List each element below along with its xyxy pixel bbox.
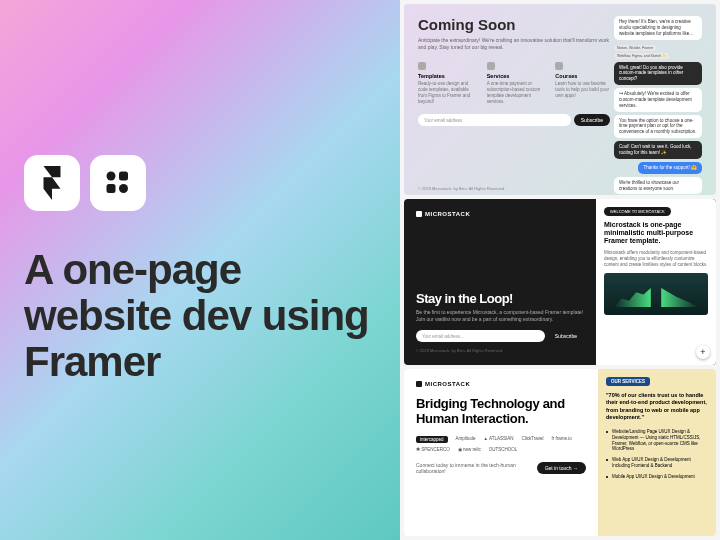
subtitle: Anticipate the extraordinary! We're craf…: [418, 37, 610, 50]
brand-row: MICROSTACK: [416, 381, 586, 387]
service-item: Mobile App UI/UX Design & Development: [606, 474, 708, 480]
courses-icon: [555, 62, 563, 70]
subtitle: Be the first to experience Microstack, a…: [416, 309, 584, 322]
add-button[interactable]: +: [696, 345, 710, 359]
side-panel: WELCOME TO MICROSTACK Microstack is one-…: [596, 199, 716, 366]
services-pill: OUR SERVICES: [606, 377, 650, 386]
services-icon: [487, 62, 495, 70]
svg-rect-2: [107, 184, 116, 193]
templates-icon: [418, 62, 426, 70]
title: Coming Soon: [418, 16, 610, 33]
side-title: Microstack is one-page minimalistic mult…: [604, 221, 708, 246]
preview-bridging: MICROSTACK Bridging Technology and Human…: [404, 369, 716, 536]
get-in-touch-button[interactable]: Get in touch →: [537, 462, 586, 474]
footer: © 2023 Microstack. by Bien. All Rights R…: [418, 186, 505, 191]
service-item: Web App UI/UX Design & Development Inclu…: [606, 457, 708, 469]
subscribe-button[interactable]: Subscribe: [548, 330, 584, 342]
brand-row: MICROSTACK: [416, 211, 584, 217]
hero-panel: A one-page website dev using Framer: [0, 0, 400, 540]
title: Bridging Technology and Human Interactio…: [416, 397, 586, 426]
email-input[interactable]: Your email address…: [416, 330, 545, 342]
hero-headline: A one-page website dev using Framer: [24, 247, 376, 386]
brand-icon: [416, 211, 422, 217]
logo-row: [24, 155, 376, 211]
quote: "70% of our clients trust us to handle t…: [606, 392, 708, 421]
svg-point-3: [119, 184, 128, 193]
preview-column: Coming Soon Anticipate the extraordinary…: [400, 0, 720, 540]
brand-logo: [90, 155, 146, 211]
svg-rect-1: [119, 171, 128, 180]
services-panel: OUR SERVICES "70% of our clients trust u…: [598, 369, 716, 536]
email-input[interactable]: Your email address: [418, 114, 571, 126]
title: Stay in the Loop!: [416, 291, 584, 306]
footer: © 2023 Microstack. by Bien. All Rights R…: [416, 348, 584, 353]
welcome-pill: WELCOME TO MICROSTACK: [604, 207, 671, 216]
brand-icon: [416, 381, 422, 387]
subscribe-button[interactable]: Subscribe: [574, 114, 610, 126]
side-text: Microstack offers modularity and compone…: [604, 250, 708, 268]
analytics-chart: [604, 273, 708, 315]
framer-logo: [24, 155, 80, 211]
service-item: Website/Landing Page UI/UX Design & Deve…: [606, 429, 708, 452]
cta-text: Connect today to immerse in the tech-hum…: [416, 462, 531, 475]
chat-widget: Hey there! It's Bien, we're a creative s…: [610, 16, 702, 183]
partner-logos: intercapped Amplitude ▲ ATLASSIAN ClickT…: [416, 436, 586, 452]
preview-stay-in-loop: MICROSTACK Stay in the Loop! Be the firs…: [404, 199, 716, 366]
preview-coming-soon: Coming Soon Anticipate the extraordinary…: [404, 4, 716, 195]
svg-point-0: [107, 171, 116, 180]
